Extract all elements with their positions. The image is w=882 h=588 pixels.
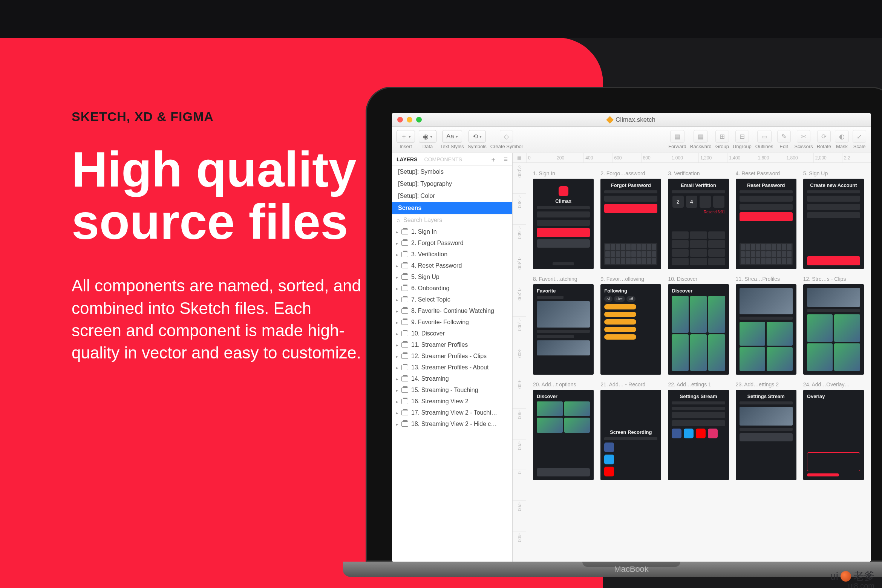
layer-row[interactable]: ▸9. Favorite- Following (392, 317, 512, 328)
tb-edit[interactable]: ✎Edit (777, 130, 791, 149)
artboard-cell[interactable]: 4. Reset PasswordReset Password (736, 170, 796, 269)
layer-row[interactable]: ▸16. Streaming View 2 (392, 396, 512, 407)
zoom-icon[interactable] (416, 117, 422, 122)
artboard-preview[interactable]: Favorite (533, 284, 594, 375)
chevron-right-icon: ▸ (396, 365, 398, 371)
artboard-cell[interactable]: 2. Forgo…asswordForgot Password (600, 170, 661, 269)
artboard-preview[interactable]: Settings Stream (668, 390, 729, 480)
artboard-preview[interactable]: Climax (533, 179, 594, 269)
layer-row[interactable]: ▸6. Onboarding (392, 283, 512, 294)
artboard-title: 21. Add… - Record (600, 381, 661, 387)
artboard-preview[interactable] (736, 284, 796, 375)
ruler-tick: 1,000 (670, 153, 698, 162)
tb-text-styles[interactable]: Aa ▾Text Styles (440, 130, 464, 149)
artboard-preview[interactable]: Forgot Password (600, 179, 661, 269)
artboard-preview[interactable]: Overlay (803, 390, 864, 480)
artboard-preview[interactable]: Discover (668, 284, 729, 375)
macbook-bezel: Climax.sketch ＋ ▾Insert ◉ ▾Data Aa ▾Text… (366, 87, 882, 562)
tb-mask[interactable]: ◐Mask (835, 130, 849, 149)
tb-scale[interactable]: ⤢Scale (853, 130, 866, 149)
layer-row[interactable]: ▸14. Streaming (392, 373, 512, 384)
page-setup-typography[interactable]: [Setup]: Typography (392, 178, 512, 190)
traffic-lights[interactable] (397, 117, 422, 122)
ruler-tick: 200 (555, 153, 583, 162)
artboard-cell[interactable]: 21. Add… - RecordScreen Recording (600, 381, 661, 480)
artboard-cell[interactable]: 9. Favor…ollowingFollowingAllLiveOff (600, 276, 661, 375)
layer-label: 16. Streaming View 2 (411, 398, 469, 405)
page-screens[interactable]: Screens (392, 202, 512, 214)
artboard-title: 12. Stre…s - Clips (803, 276, 864, 282)
layer-row[interactable]: ▸17. Streaming View 2 - Touchi… (392, 407, 512, 418)
tb-group-btn[interactable]: ⊞Group (715, 130, 729, 149)
artboard-icon (401, 286, 408, 291)
artboard-preview[interactable]: Settings Stream (736, 390, 796, 480)
window-titlebar: Climax.sketch (392, 113, 871, 127)
artboard-icon (401, 274, 408, 280)
artboard-preview[interactable]: Discover (533, 390, 594, 480)
page-setup-symbols[interactable]: [Setup]: Symbols (392, 166, 512, 178)
layer-row[interactable]: ▸15. Streaming - Touching (392, 384, 512, 396)
tab-layers[interactable]: LAYERS (397, 156, 418, 162)
artboard-cell[interactable]: 10. DiscoverDiscover (668, 276, 729, 375)
ruler-tick: 1,400 (727, 153, 756, 162)
layer-row[interactable]: ▸2. Forgot Password (392, 237, 512, 249)
artboard-icon (401, 297, 408, 302)
artboard-title: 24. Add…Overlay… (803, 381, 864, 387)
ruler-tick: 0 (526, 153, 555, 162)
tb-symbols[interactable]: ⟲ ▾Symbols (468, 130, 487, 149)
layer-row[interactable]: ▸12. Streamer Profiles - Clips (392, 351, 512, 362)
artboard-cell[interactable]: 3. VerificationEmail Verifition24Resend … (668, 170, 729, 269)
layer-row[interactable]: ▸11. Streamer Profiles (392, 339, 512, 351)
layer-row[interactable]: ▸13. Streamer Profiles - About (392, 362, 512, 373)
artboard-title: 22. Add…ettings 1 (668, 381, 729, 387)
canvas[interactable]: 1. Sign InClimax2. Forgo…asswordForgot P… (526, 163, 871, 562)
tb-create-symbol[interactable]: ◇Create Symbol (490, 130, 523, 149)
filter-pages-icon[interactable]: ≡ (504, 155, 508, 163)
tb-data[interactable]: ◉ ▾Data (419, 130, 436, 149)
layer-row[interactable]: ▸1. Sign In (392, 226, 512, 237)
layer-label: 4. Reset Password (411, 262, 462, 269)
tb-forward[interactable]: ▤Forward (668, 130, 686, 149)
artboard-preview[interactable]: Screen Recording (600, 390, 661, 480)
artboard-cell[interactable]: 24. Add…Overlay…Overlay (803, 381, 864, 480)
chevron-right-icon: ▸ (396, 286, 398, 291)
search-icon: ⌕ (397, 217, 400, 224)
tb-ungroup[interactable]: ⊟Ungroup (733, 130, 752, 149)
artboard-cell[interactable]: 22. Add…ettings 1Settings Stream (668, 381, 729, 480)
artboard-cell[interactable]: 1. Sign InClimax (533, 170, 594, 269)
artboard-cell[interactable]: 11. Strea…Profiles (736, 276, 796, 375)
tb-backward[interactable]: ▤Backward (690, 130, 712, 149)
main-area: LAYERS COMPONENTS ＋ ≡ [Setup]: Symbols [… (392, 153, 871, 562)
artboard-cell[interactable]: 20. Add…t optionsDiscover (533, 381, 594, 480)
artboard-preview[interactable]: FollowingAllLiveOff (600, 284, 661, 375)
artboard-preview[interactable]: Reset Password (736, 179, 796, 269)
layer-search[interactable]: ⌕ Search Layers (392, 214, 512, 226)
ruler-tick: 400 (583, 153, 612, 162)
layer-row[interactable]: ▸7. Select Topic (392, 294, 512, 305)
tb-outlines[interactable]: ▭Outlines (755, 130, 773, 149)
artboard-icon (401, 252, 408, 257)
layer-label: 17. Streaming View 2 - Touchi… (411, 409, 497, 416)
tb-scissors[interactable]: ✂Scissors (795, 130, 813, 149)
layer-row[interactable]: ▸4. Reset Password (392, 260, 512, 271)
page-setup-color[interactable]: [Setup]: Color (392, 190, 512, 202)
artboard-cell[interactable]: 12. Stre…s - Clips (803, 276, 864, 375)
artboard-preview[interactable]: Create new Account (803, 179, 864, 269)
layer-row[interactable]: ▸5. Sign Up (392, 271, 512, 283)
artboard-cell[interactable]: 23. Add…ettings 2Settings Stream (736, 381, 796, 480)
layer-row[interactable]: ▸10. Discover (392, 328, 512, 339)
close-icon[interactable] (397, 117, 403, 122)
artboard-icon (401, 354, 408, 359)
layer-row[interactable]: ▸18. Streaming View 2 - Hide c… (392, 418, 512, 430)
tb-insert[interactable]: ＋ ▾Insert (397, 130, 415, 149)
tab-components[interactable]: COMPONENTS (424, 156, 462, 162)
artboard-cell[interactable]: 8. Favorit…atchingFavorite (533, 276, 594, 375)
minimize-icon[interactable] (407, 117, 412, 122)
tb-rotate[interactable]: ⟳Rotate (817, 130, 831, 149)
layer-row[interactable]: ▸8. Favorite- Continue Watching (392, 305, 512, 317)
artboard-cell[interactable]: 5. Sign UpCreate new Account (803, 170, 864, 269)
layer-row[interactable]: ▸3. Verification (392, 249, 512, 260)
artboard-preview[interactable]: Email Verifition24Resend 6:31 (668, 179, 729, 269)
add-page-icon[interactable]: ＋ (490, 155, 497, 164)
artboard-preview[interactable] (803, 284, 864, 375)
